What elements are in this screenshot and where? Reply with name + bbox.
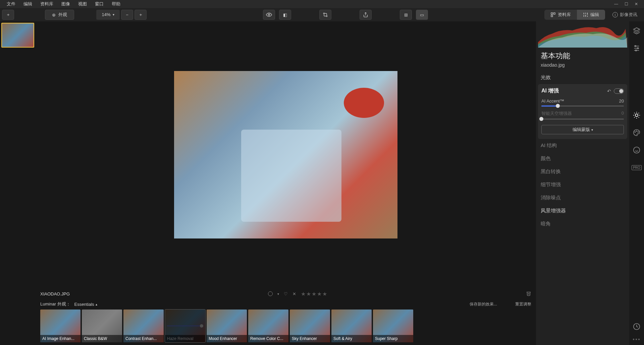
canvas-image xyxy=(174,71,397,238)
preview-eye-button[interactable] xyxy=(263,10,275,20)
menu-image[interactable]: 图像 xyxy=(57,1,74,7)
preset-label: Soft & Airy xyxy=(331,335,372,342)
save-look-button[interactable]: 保存新的效果... xyxy=(470,301,497,307)
panel-row-ai-structure[interactable]: AI 结构 xyxy=(536,139,629,152)
svg-point-29 xyxy=(638,132,639,132)
histogram[interactable] xyxy=(538,22,627,48)
svg-line-22 xyxy=(639,117,639,118)
grid-view-button[interactable]: ⊞ xyxy=(400,10,412,20)
edit-tab[interactable]: 编辑 xyxy=(577,10,605,20)
preset-item[interactable]: Soft & Airy xyxy=(331,309,372,342)
preset-label: Super Sharp xyxy=(373,335,413,342)
svg-rect-2 xyxy=(551,13,553,14)
preset-label: Mood Enhancer xyxy=(207,335,247,342)
panel-row-denoise[interactable]: 消除噪点 xyxy=(536,191,629,204)
rating-stars[interactable]: ★★★★★ xyxy=(301,291,328,297)
reset-adjustments-button[interactable]: 重置调整 xyxy=(515,301,531,307)
thumbnail-selected[interactable] xyxy=(1,23,34,48)
library-icon xyxy=(550,12,556,17)
menu-help[interactable]: 帮助 xyxy=(108,1,124,7)
add-button[interactable]: ＋ xyxy=(2,10,14,20)
undo-icon[interactable]: ↶ xyxy=(607,88,611,94)
slider-track[interactable] xyxy=(541,106,624,107)
svg-point-18 xyxy=(635,114,638,117)
appearance-icon: ⊕ xyxy=(52,12,56,17)
export-button[interactable] xyxy=(360,10,372,20)
slider-sky-enhancer: 智能天空增强器0 xyxy=(541,111,624,120)
svg-rect-3 xyxy=(553,13,555,14)
color-label-dot[interactable] xyxy=(268,291,273,296)
preset-label: AI Image Enhan... xyxy=(40,335,80,342)
menu-library[interactable]: 资料库 xyxy=(36,1,57,7)
slider-label: 智能天空增强器 xyxy=(541,111,572,117)
sliders-icon xyxy=(583,12,588,17)
looks-category-dropdown[interactable]: Essentials ▴ xyxy=(74,302,97,307)
appearance-label: 外观 xyxy=(58,12,67,18)
trash-icon[interactable] xyxy=(526,291,531,297)
info-icon: i xyxy=(612,12,618,17)
ai-enhance-block: AI 增强 ↶ AI Accent™20 智能天空增强器0 编辑蒙版▾ xyxy=(538,84,627,139)
compare-button[interactable]: ◧ xyxy=(279,10,291,20)
library-tab[interactable]: 资料库 xyxy=(544,10,577,20)
panel-row-color[interactable]: 颜色 xyxy=(536,152,629,165)
svg-line-26 xyxy=(639,113,639,113)
crop-button[interactable] xyxy=(319,10,331,20)
preset-item[interactable]: Contrast Enhan... xyxy=(123,309,164,342)
close-icon[interactable]: ✕ xyxy=(631,2,641,6)
chevron-down-icon[interactable]: ▾ xyxy=(277,292,279,296)
image-info-button[interactable]: i 影像资讯 xyxy=(608,10,642,20)
preset-item[interactable]: Sky Enhancer xyxy=(290,309,330,342)
slider-label: AI Accent™ xyxy=(541,98,564,104)
ai-enhance-toggle[interactable] xyxy=(614,88,624,94)
layers-icon[interactable] xyxy=(633,27,641,35)
panel-row-light[interactable]: 光效 xyxy=(536,71,629,84)
reject-x-icon[interactable]: ✕ xyxy=(292,291,296,296)
panel-row-bw[interactable]: 黑白转换 xyxy=(536,165,629,178)
adjust-sliders-icon[interactable] xyxy=(633,44,641,52)
edit-tab-label: 编辑 xyxy=(590,12,599,18)
looks-category-label: Essentials xyxy=(74,302,94,307)
minimize-icon[interactable]: — xyxy=(611,2,621,6)
slider-ai-accent: AI Accent™20 xyxy=(541,98,624,107)
svg-point-30 xyxy=(634,147,640,153)
maximize-icon[interactable]: ☐ xyxy=(621,2,631,6)
chevron-up-icon: ▴ xyxy=(96,302,97,306)
preset-item[interactable]: Mood Enhancer xyxy=(207,309,247,342)
more-dots-icon[interactable]: ●●● xyxy=(633,337,641,341)
menu-edit[interactable]: 编辑 xyxy=(19,1,36,7)
appearance-button[interactable]: ⊕ 外观 xyxy=(45,10,74,20)
favorite-heart-icon[interactable]: ♡ xyxy=(284,291,288,296)
preset-label: Contrast Enhan... xyxy=(123,335,164,342)
preset-item[interactable]: Remove Color C... xyxy=(248,309,288,342)
single-view-button[interactable]: ▭ xyxy=(416,10,428,20)
preset-label: Haze Removal xyxy=(165,335,205,342)
menu-view[interactable]: 视图 xyxy=(74,1,91,7)
image-info-label: 影像资讯 xyxy=(620,12,637,18)
zoom-out-button[interactable]: − xyxy=(121,10,133,20)
pro-badge[interactable]: PRO xyxy=(633,163,641,171)
zoom-in-button[interactable]: ＋ xyxy=(135,10,147,20)
svg-line-25 xyxy=(634,117,635,118)
preset-item[interactable]: Classic B&W xyxy=(82,309,122,342)
panel-row-detail[interactable]: 细节增强 xyxy=(536,178,629,191)
edit-mask-button[interactable]: 编辑蒙版▾ xyxy=(541,125,624,134)
preset-item[interactable]: Super Sharp xyxy=(373,309,413,342)
slider-track[interactable] xyxy=(541,119,624,120)
panel-row-vignette[interactable]: 暗角 xyxy=(536,217,629,230)
palette-icon[interactable] xyxy=(633,129,641,137)
crop-icon xyxy=(323,12,328,17)
svg-marker-11 xyxy=(634,28,640,31)
chevron-down-icon: ▾ xyxy=(113,10,114,20)
menu-file[interactable]: 文件 xyxy=(3,1,19,7)
sun-icon[interactable] xyxy=(633,111,641,119)
zoom-value[interactable]: 14%▾ xyxy=(96,10,120,20)
preset-item[interactable]: AI Image Enhan... xyxy=(40,309,80,342)
preset-amount-slider[interactable] xyxy=(167,326,203,326)
panel-section-title: 基本功能 xyxy=(536,50,629,62)
panel-row-landscape[interactable]: 风景增强器 xyxy=(536,204,629,217)
canvas-area[interactable] xyxy=(36,21,536,288)
menu-window[interactable]: 窗口 xyxy=(91,1,108,7)
smile-icon[interactable] xyxy=(633,146,641,154)
history-icon[interactable] xyxy=(633,323,641,331)
preset-item-selected[interactable]: Haze Removal xyxy=(165,309,205,342)
